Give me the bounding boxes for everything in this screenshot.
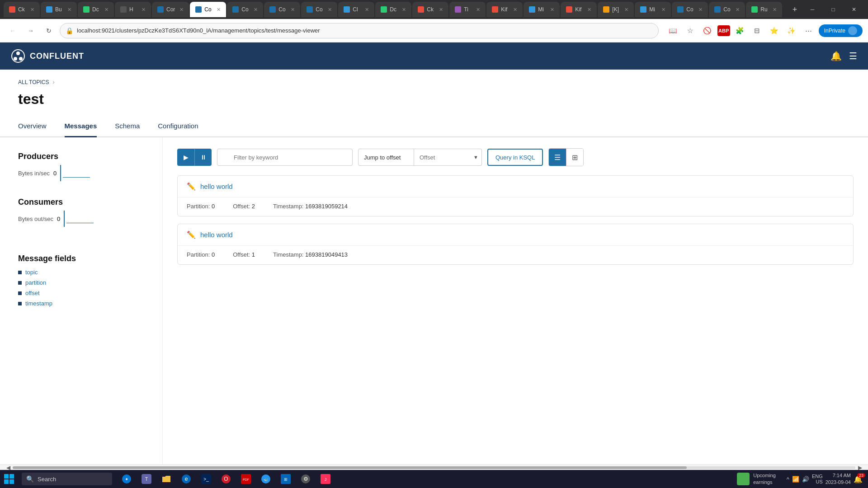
scroll-track[interactable] [13,466,855,469]
tab-mi2[interactable]: Mi ✕ [635,2,671,17]
tab-configuration[interactable]: Configuration [158,117,198,137]
tab-close[interactable]: ✕ [291,7,295,13]
message-edit-icon-2[interactable]: ✏️ [187,230,196,239]
maximize-button[interactable]: □ [823,2,844,17]
tab-close[interactable]: ✕ [104,7,108,13]
tab-co-2[interactable]: Co ✕ [227,2,263,17]
tray-chevron[interactable]: ^ [787,476,789,483]
taskbar-settings-icon[interactable]: ⚙ [297,470,315,488]
no-ads-button[interactable]: 🚫 [700,23,715,38]
tab-schema[interactable]: Schema [115,117,140,137]
taskbar-docker-icon[interactable]: 🐳 [257,470,275,488]
taskbar-pdf-icon[interactable]: PDF [237,470,255,488]
taskbar-copilot-icon[interactable]: ✦ [118,470,136,488]
query-in-ksql-button[interactable]: Query in KSQL [487,149,543,166]
tab-ck2[interactable]: Ck ✕ [412,2,448,17]
tab-kif[interactable]: Kif ✕ [486,2,523,17]
tab-close[interactable]: ✕ [736,7,740,13]
tab-mi[interactable]: Mi ✕ [524,2,560,17]
favorites-star-button[interactable]: ⭐ [767,23,782,38]
tab-close[interactable]: ✕ [67,7,71,13]
message-edit-icon-1[interactable]: ✏️ [187,182,196,191]
abp-button[interactable]: ABP [717,25,730,36]
close-button[interactable]: ✕ [844,2,864,17]
tab-close[interactable]: ✕ [30,7,34,13]
horizontal-scrollbar[interactable]: ◀ ▶ [0,465,868,470]
tab-close[interactable]: ✕ [439,7,443,13]
tab-co-4[interactable]: Co ✕ [301,2,337,17]
jump-to-offset-select[interactable]: Jump to offset [358,149,414,166]
tab-ti[interactable]: Ti ✕ [449,2,486,17]
tab-close[interactable]: ✕ [365,7,369,13]
tab-close[interactable]: ✕ [661,7,665,13]
tab-close[interactable]: ✕ [513,7,517,13]
message-value-2[interactable]: hello world [200,231,233,239]
tab-close[interactable]: ✕ [587,7,591,13]
tab-close[interactable]: ✕ [550,7,554,13]
tab-kif2[interactable]: Kif ✕ [561,2,597,17]
reader-mode-button[interactable]: 📖 [666,23,680,38]
tab-overview[interactable]: Overview [18,117,47,137]
taskbar-jetbrains-icon[interactable]: J [316,470,335,488]
taskbar-folder-icon[interactable] [157,470,175,488]
tab-co5[interactable]: Co ✕ [672,2,708,17]
network-icon[interactable]: 📶 [792,476,799,483]
copilot-button[interactable]: ✨ [784,23,799,38]
start-button[interactable] [0,470,18,488]
refresh-button[interactable]: ↻ [42,23,56,38]
taskbar-store-icon[interactable]: ⊞ [277,470,295,488]
notification-area[interactable]: 🔔 23 [854,475,863,483]
inprivate-button[interactable]: InPrivate [819,24,863,37]
tab-co-3[interactable]: Co ✕ [264,2,300,17]
tab-dc2[interactable]: Dc ✕ [375,2,411,17]
upcoming-earnings-widget[interactable]: Upcomingearnings [731,472,781,486]
tab-cl[interactable]: Cl ✕ [338,2,374,17]
tab-close[interactable]: ✕ [476,7,480,13]
breadcrumb-all-topics[interactable]: ALL TOPICS [18,79,49,85]
split-screen-button[interactable]: ⊟ [750,23,764,38]
taskbar-teams-icon[interactable]: T [137,470,156,488]
tab-co6[interactable]: Co ✕ [709,2,745,17]
favorites-button[interactable]: ☆ [683,23,698,38]
volume-icon[interactable]: 🔊 [802,476,809,483]
extensions-button[interactable]: 🧩 [733,23,747,38]
tab-messages[interactable]: Messages [65,117,97,137]
filter-input[interactable] [217,149,353,166]
minimize-button[interactable]: ─ [802,2,823,17]
hamburger-menu-button[interactable]: ☰ [849,51,857,61]
tab-ru[interactable]: Ru ✕ [746,2,782,17]
notification-bell-button[interactable]: 🔔 [830,51,842,61]
tab-k[interactable]: [K] ✕ [598,2,634,17]
tab-close[interactable]: ✕ [179,7,184,13]
url-bar[interactable]: 🔒 localhost:9021/clusters/pzDczKe3TdS6XT… [60,23,659,38]
grid-view-button[interactable]: ⊞ [566,149,583,166]
tab-cor[interactable]: Cor ✕ [152,2,189,17]
tab-h[interactable]: H ✕ [115,2,151,17]
scroll-thumb[interactable] [13,466,687,469]
tab-close[interactable]: ✕ [328,7,332,13]
tab-close[interactable]: ✕ [402,7,406,13]
tab-co-active[interactable]: Co ✕ [190,2,226,17]
pause-button[interactable]: ⏸ [194,149,212,166]
taskbar-search[interactable]: 🔍 Search [22,473,112,485]
taskbar-opera-icon[interactable]: O [217,470,235,488]
message-value-1[interactable]: hello world [200,183,233,190]
tab-close[interactable]: ✕ [773,7,777,13]
tab-close[interactable]: ✕ [254,7,258,13]
settings-dots-button[interactable]: ⋯ [802,23,816,38]
taskbar-edge-icon[interactable]: e [177,470,195,488]
tab-close-active[interactable]: ✕ [217,7,221,13]
tab-close[interactable]: ✕ [624,7,628,13]
play-button[interactable]: ▶ [177,149,194,166]
tab-ck-1[interactable]: Ck ✕ [4,2,40,17]
tab-bu[interactable]: Bu ✕ [41,2,77,17]
forward-button[interactable]: → [24,23,38,38]
tab-dc[interactable]: Dc ✕ [78,2,114,17]
offset-input[interactable] [414,149,482,166]
taskbar-clock[interactable]: 7:14 AM 2023-09-04 [826,472,851,486]
list-view-button[interactable]: ☰ [549,149,566,166]
back-button[interactable]: ← [5,23,20,38]
tab-close[interactable]: ✕ [142,7,146,13]
tab-close[interactable]: ✕ [698,7,703,13]
taskbar-terminal-icon[interactable]: >_ [197,470,215,488]
